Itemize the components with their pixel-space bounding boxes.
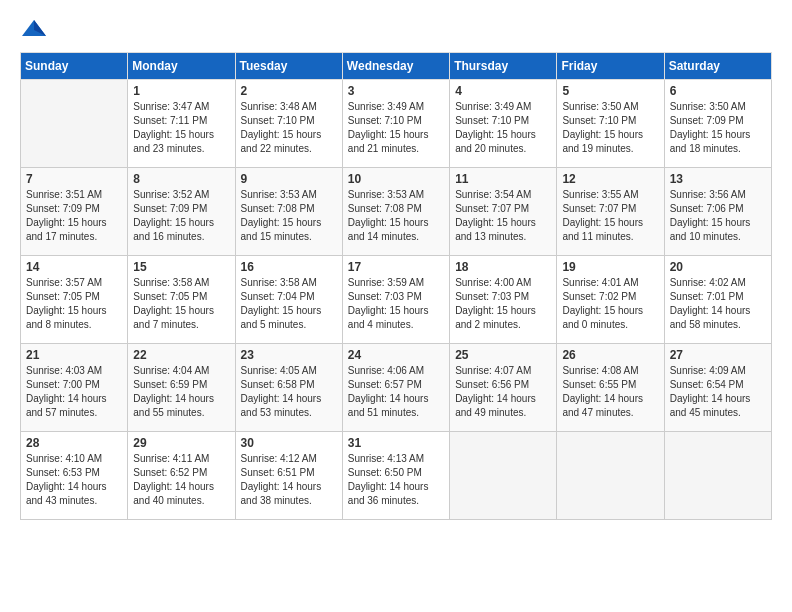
- day-info: Sunrise: 3:49 AMSunset: 7:10 PMDaylight:…: [455, 100, 551, 156]
- day-cell: 9Sunrise: 3:53 AMSunset: 7:08 PMDaylight…: [235, 168, 342, 256]
- day-cell: 8Sunrise: 3:52 AMSunset: 7:09 PMDaylight…: [128, 168, 235, 256]
- week-row-1: 1Sunrise: 3:47 AMSunset: 7:11 PMDaylight…: [21, 80, 772, 168]
- day-info: Sunrise: 4:13 AMSunset: 6:50 PMDaylight:…: [348, 452, 444, 508]
- day-info: Sunrise: 4:02 AMSunset: 7:01 PMDaylight:…: [670, 276, 766, 332]
- day-info: Sunrise: 3:54 AMSunset: 7:07 PMDaylight:…: [455, 188, 551, 244]
- day-cell: 5Sunrise: 3:50 AMSunset: 7:10 PMDaylight…: [557, 80, 664, 168]
- day-info: Sunrise: 4:05 AMSunset: 6:58 PMDaylight:…: [241, 364, 337, 420]
- day-cell: 23Sunrise: 4:05 AMSunset: 6:58 PMDayligh…: [235, 344, 342, 432]
- day-info: Sunrise: 3:57 AMSunset: 7:05 PMDaylight:…: [26, 276, 122, 332]
- day-cell: 13Sunrise: 3:56 AMSunset: 7:06 PMDayligh…: [664, 168, 771, 256]
- day-info: Sunrise: 4:10 AMSunset: 6:53 PMDaylight:…: [26, 452, 122, 508]
- day-number: 27: [670, 348, 766, 362]
- day-info: Sunrise: 3:59 AMSunset: 7:03 PMDaylight:…: [348, 276, 444, 332]
- day-number: 19: [562, 260, 658, 274]
- day-number: 29: [133, 436, 229, 450]
- day-info: Sunrise: 3:53 AMSunset: 7:08 PMDaylight:…: [348, 188, 444, 244]
- day-number: 28: [26, 436, 122, 450]
- day-number: 3: [348, 84, 444, 98]
- day-number: 26: [562, 348, 658, 362]
- logo-icon: [20, 18, 48, 40]
- day-cell: 14Sunrise: 3:57 AMSunset: 7:05 PMDayligh…: [21, 256, 128, 344]
- day-number: 8: [133, 172, 229, 186]
- day-cell: [664, 432, 771, 520]
- day-cell: 18Sunrise: 4:00 AMSunset: 7:03 PMDayligh…: [450, 256, 557, 344]
- day-number: 5: [562, 84, 658, 98]
- day-info: Sunrise: 3:58 AMSunset: 7:05 PMDaylight:…: [133, 276, 229, 332]
- day-info: Sunrise: 3:52 AMSunset: 7:09 PMDaylight:…: [133, 188, 229, 244]
- day-number: 16: [241, 260, 337, 274]
- day-cell: 22Sunrise: 4:04 AMSunset: 6:59 PMDayligh…: [128, 344, 235, 432]
- day-info: Sunrise: 4:03 AMSunset: 7:00 PMDaylight:…: [26, 364, 122, 420]
- day-info: Sunrise: 3:50 AMSunset: 7:10 PMDaylight:…: [562, 100, 658, 156]
- day-cell: 24Sunrise: 4:06 AMSunset: 6:57 PMDayligh…: [342, 344, 449, 432]
- week-row-5: 28Sunrise: 4:10 AMSunset: 6:53 PMDayligh…: [21, 432, 772, 520]
- day-cell: 27Sunrise: 4:09 AMSunset: 6:54 PMDayligh…: [664, 344, 771, 432]
- day-info: Sunrise: 4:04 AMSunset: 6:59 PMDaylight:…: [133, 364, 229, 420]
- day-number: 7: [26, 172, 122, 186]
- day-number: 21: [26, 348, 122, 362]
- day-cell: 7Sunrise: 3:51 AMSunset: 7:09 PMDaylight…: [21, 168, 128, 256]
- day-info: Sunrise: 4:07 AMSunset: 6:56 PMDaylight:…: [455, 364, 551, 420]
- day-cell: [450, 432, 557, 520]
- day-cell: [21, 80, 128, 168]
- day-cell: 11Sunrise: 3:54 AMSunset: 7:07 PMDayligh…: [450, 168, 557, 256]
- day-header-tuesday: Tuesday: [235, 53, 342, 80]
- day-number: 18: [455, 260, 551, 274]
- day-info: Sunrise: 4:11 AMSunset: 6:52 PMDaylight:…: [133, 452, 229, 508]
- day-cell: 4Sunrise: 3:49 AMSunset: 7:10 PMDaylight…: [450, 80, 557, 168]
- day-number: 23: [241, 348, 337, 362]
- day-cell: 20Sunrise: 4:02 AMSunset: 7:01 PMDayligh…: [664, 256, 771, 344]
- day-info: Sunrise: 3:55 AMSunset: 7:07 PMDaylight:…: [562, 188, 658, 244]
- day-cell: 3Sunrise: 3:49 AMSunset: 7:10 PMDaylight…: [342, 80, 449, 168]
- day-header-sunday: Sunday: [21, 53, 128, 80]
- day-header-wednesday: Wednesday: [342, 53, 449, 80]
- day-number: 6: [670, 84, 766, 98]
- day-info: Sunrise: 3:50 AMSunset: 7:09 PMDaylight:…: [670, 100, 766, 156]
- day-info: Sunrise: 4:08 AMSunset: 6:55 PMDaylight:…: [562, 364, 658, 420]
- day-info: Sunrise: 3:48 AMSunset: 7:10 PMDaylight:…: [241, 100, 337, 156]
- day-cell: 12Sunrise: 3:55 AMSunset: 7:07 PMDayligh…: [557, 168, 664, 256]
- day-cell: 16Sunrise: 3:58 AMSunset: 7:04 PMDayligh…: [235, 256, 342, 344]
- day-cell: 21Sunrise: 4:03 AMSunset: 7:00 PMDayligh…: [21, 344, 128, 432]
- day-cell: 10Sunrise: 3:53 AMSunset: 7:08 PMDayligh…: [342, 168, 449, 256]
- day-number: 31: [348, 436, 444, 450]
- day-cell: 26Sunrise: 4:08 AMSunset: 6:55 PMDayligh…: [557, 344, 664, 432]
- day-number: 24: [348, 348, 444, 362]
- day-info: Sunrise: 4:00 AMSunset: 7:03 PMDaylight:…: [455, 276, 551, 332]
- day-number: 4: [455, 84, 551, 98]
- day-cell: 25Sunrise: 4:07 AMSunset: 6:56 PMDayligh…: [450, 344, 557, 432]
- day-number: 17: [348, 260, 444, 274]
- day-number: 30: [241, 436, 337, 450]
- day-number: 25: [455, 348, 551, 362]
- days-header-row: SundayMondayTuesdayWednesdayThursdayFrid…: [21, 53, 772, 80]
- week-row-3: 14Sunrise: 3:57 AMSunset: 7:05 PMDayligh…: [21, 256, 772, 344]
- day-number: 20: [670, 260, 766, 274]
- day-cell: 15Sunrise: 3:58 AMSunset: 7:05 PMDayligh…: [128, 256, 235, 344]
- day-header-monday: Monday: [128, 53, 235, 80]
- day-cell: 6Sunrise: 3:50 AMSunset: 7:09 PMDaylight…: [664, 80, 771, 168]
- day-number: 10: [348, 172, 444, 186]
- day-cell: 31Sunrise: 4:13 AMSunset: 6:50 PMDayligh…: [342, 432, 449, 520]
- day-info: Sunrise: 4:06 AMSunset: 6:57 PMDaylight:…: [348, 364, 444, 420]
- day-cell: 1Sunrise: 3:47 AMSunset: 7:11 PMDaylight…: [128, 80, 235, 168]
- day-cell: [557, 432, 664, 520]
- day-number: 14: [26, 260, 122, 274]
- day-header-friday: Friday: [557, 53, 664, 80]
- week-row-4: 21Sunrise: 4:03 AMSunset: 7:00 PMDayligh…: [21, 344, 772, 432]
- day-info: Sunrise: 4:09 AMSunset: 6:54 PMDaylight:…: [670, 364, 766, 420]
- calendar-table: SundayMondayTuesdayWednesdayThursdayFrid…: [20, 52, 772, 520]
- day-number: 2: [241, 84, 337, 98]
- day-number: 9: [241, 172, 337, 186]
- day-cell: 2Sunrise: 3:48 AMSunset: 7:10 PMDaylight…: [235, 80, 342, 168]
- week-row-2: 7Sunrise: 3:51 AMSunset: 7:09 PMDaylight…: [21, 168, 772, 256]
- header: [20, 18, 772, 40]
- day-info: Sunrise: 3:51 AMSunset: 7:09 PMDaylight:…: [26, 188, 122, 244]
- logo: [20, 18, 52, 40]
- day-number: 1: [133, 84, 229, 98]
- day-number: 22: [133, 348, 229, 362]
- day-info: Sunrise: 3:47 AMSunset: 7:11 PMDaylight:…: [133, 100, 229, 156]
- day-info: Sunrise: 3:58 AMSunset: 7:04 PMDaylight:…: [241, 276, 337, 332]
- day-header-saturday: Saturday: [664, 53, 771, 80]
- day-cell: 19Sunrise: 4:01 AMSunset: 7:02 PMDayligh…: [557, 256, 664, 344]
